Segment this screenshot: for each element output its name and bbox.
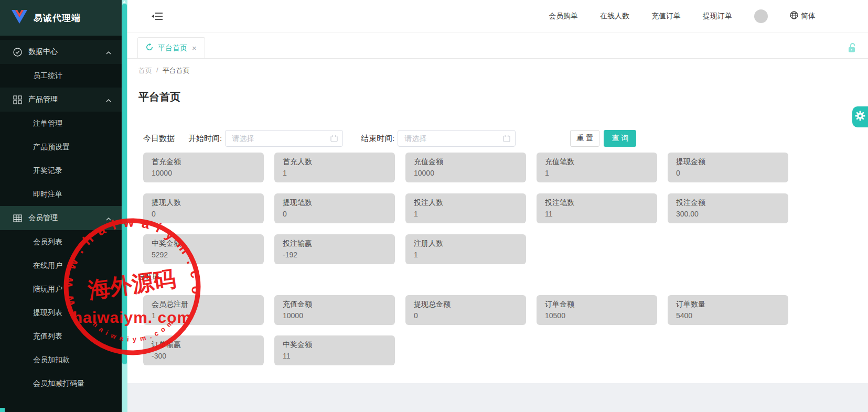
stat-label: 订单金额 [545, 300, 649, 309]
top-nav: 会员购单 在线人数 充值订单 提现订单 简体 [549, 9, 816, 23]
sidebar-menu: 数据中心 员工统计 产品管理 注单管理 产品预设置 开奖记录 即时注单 [0, 40, 122, 395]
sidebar-item-product-preset[interactable]: 产品预设置 [0, 135, 122, 159]
reset-button[interactable]: 重 置 [570, 130, 599, 147]
logo-bar: 易诚代理端 [0, 0, 122, 36]
stat-value: 1 [414, 210, 518, 218]
end-date-input[interactable] [398, 130, 516, 147]
stat-card: 首充金额10000 [143, 153, 264, 182]
check-circle-icon [13, 48, 22, 57]
stat-label: 充值金额 [414, 157, 518, 167]
stat-card: 投注金额300.00 [668, 193, 788, 223]
app-window: 易诚代理端 数据中心 员工统计 产品管理 [0, 0, 868, 412]
stat-card: 订单输赢-300 [143, 335, 264, 365]
stat-label: 投注金额 [676, 198, 780, 208]
sidebar-group-data-center[interactable]: 数据中心 [0, 40, 122, 64]
sidebar-scrollbar[interactable] [122, 0, 127, 412]
stat-value: 10500 [545, 311, 649, 320]
start-date-input[interactable] [225, 130, 343, 147]
breadcrumb: 首页 / 平台首页 [138, 59, 868, 75]
sidebar-item-lottery-records[interactable]: 开奖记录 [0, 159, 122, 182]
stat-label: 充值金额 [283, 300, 387, 309]
avatar[interactable] [754, 9, 768, 23]
chevron-up-icon [106, 95, 111, 104]
stat-card: 投注笔数11 [537, 193, 657, 223]
stat-label: 订单输赢 [152, 340, 255, 350]
stat-value: 0 [414, 311, 518, 320]
sidebar-group-member-mgmt[interactable]: 会员管理 [0, 206, 122, 230]
sidebar-item-member-list[interactable]: 会员列表 [0, 230, 122, 254]
today-cards-grid: 首充金额10000 首充人数1 充值金额10000 充值笔数1 提现金额0 提现… [143, 153, 868, 264]
stat-value: 1 [414, 251, 518, 259]
language-switcher[interactable]: 简体 [790, 11, 816, 21]
sidebar-item-member-adjust-turnover[interactable]: 会员加减打码量 [0, 372, 122, 395]
stat-value: 5292 [152, 251, 255, 259]
nav-withdraw-orders[interactable]: 提现订单 [703, 12, 732, 21]
filter-row: 今日数据 开始时间: 结束时间: 重 置 查 询 [138, 129, 868, 147]
stat-card: 中奖金额5292 [143, 234, 264, 264]
stat-label: 投注输赢 [283, 239, 387, 248]
stat-value: -300 [152, 352, 255, 360]
breadcrumb-current: 平台首页 [163, 66, 190, 75]
stat-card: 订单金额10500 [537, 295, 657, 325]
tab-platform-home[interactable]: 平台首页 × [137, 37, 205, 58]
stat-value: 300.00 [676, 210, 780, 218]
scrollbar-thumb[interactable] [122, 4, 127, 364]
stat-value: -192 [283, 251, 387, 259]
stat-card: 提现总金额0 [405, 295, 526, 325]
tab-bar: 平台首页 × [127, 32, 868, 59]
stat-label: 会员总注册 [152, 300, 255, 309]
stat-label: 中奖金额 [283, 340, 387, 350]
settings-panel-button[interactable] [852, 106, 868, 127]
stat-value: 5400 [676, 311, 780, 320]
sidebar-item-bet-orders[interactable]: 注单管理 [0, 112, 122, 135]
sidebar-item-withdraw-list[interactable]: 提现列表 [0, 301, 122, 324]
stat-value: 1 [152, 311, 255, 320]
sidebar-item-member-adjust-funds[interactable]: 会员加扣款 [0, 348, 122, 372]
end-time-label: 结束时间: [361, 134, 394, 144]
stat-card: 充值笔数1 [537, 153, 657, 182]
stat-label: 注册人数 [414, 239, 518, 248]
sidebar-item-online-users[interactable]: 在线用户 [0, 254, 122, 277]
close-icon[interactable]: × [192, 44, 197, 52]
chevron-up-icon [106, 48, 111, 56]
stat-card: 投注输赢-192 [274, 234, 395, 264]
sidebar-item-staff-stats[interactable]: 员工统计 [0, 64, 122, 88]
stat-card: 提现人数0 [143, 193, 264, 223]
app-title: 易诚代理端 [34, 12, 81, 24]
refresh-icon[interactable] [146, 44, 153, 52]
stat-label: 订单数量 [676, 300, 780, 309]
stat-label: 提现人数 [152, 198, 255, 208]
sidebar: 易诚代理端 数据中心 员工统计 产品管理 [0, 0, 122, 412]
scroll-up-arrow-icon[interactable] [123, 1, 126, 3]
stat-card: 充值金额10000 [274, 295, 395, 325]
sidebar-item-recharge-list[interactable]: 充值列表 [0, 324, 122, 348]
sidebar-item-realtime-orders[interactable]: 即时注单 [0, 182, 122, 206]
sidebar-group-product-mgmt[interactable]: 产品管理 [0, 88, 122, 112]
breadcrumb-home[interactable]: 首页 [138, 66, 152, 75]
today-data-label: 今日数据 [143, 134, 175, 144]
stat-label: 中奖金额 [152, 239, 255, 248]
nav-recharge-orders[interactable]: 充值订单 [651, 12, 681, 21]
sidebar-group-label: 会员管理 [28, 213, 58, 223]
sidebar-group-label: 产品管理 [28, 95, 58, 104]
scrollbar-corner [0, 408, 5, 412]
stat-card: 提现笔数0 [274, 193, 395, 223]
stat-value: 0 [676, 169, 780, 177]
globe-icon [790, 11, 798, 21]
stat-value: 11 [545, 210, 649, 218]
footer-strip [127, 383, 868, 412]
stat-label: 提现总金额 [414, 300, 518, 309]
nav-online-count[interactable]: 在线人数 [600, 12, 629, 21]
page-content: 首页 / 平台首页 平台首页 今日数据 开始时间: 结束时间: [127, 59, 868, 383]
query-button[interactable]: 查 询 [604, 130, 636, 147]
menu-fold-icon[interactable] [152, 12, 163, 21]
stat-value: 0 [283, 210, 387, 218]
lock-open-icon[interactable] [848, 43, 856, 55]
chevron-up-icon [106, 214, 111, 222]
stat-card: 订单数量5400 [668, 295, 788, 325]
breadcrumb-separator: / [156, 66, 158, 75]
stat-label: 充值笔数 [545, 157, 649, 167]
sidebar-group-label: 数据中心 [28, 47, 58, 57]
nav-member-orders[interactable]: 会员购单 [549, 12, 578, 21]
sidebar-item-companion-users[interactable]: 陪玩用户 [0, 277, 122, 301]
